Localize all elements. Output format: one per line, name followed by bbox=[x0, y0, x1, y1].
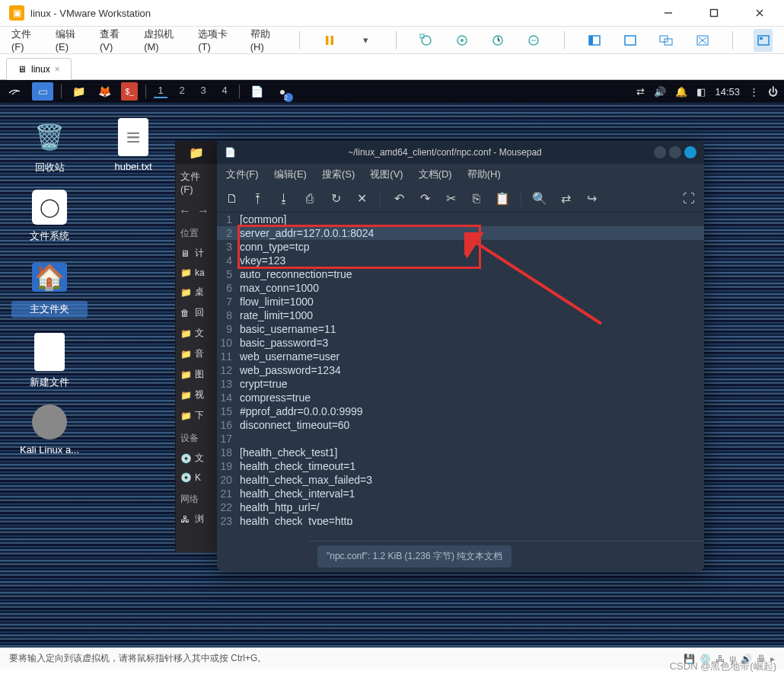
editor-line[interactable]: 9basic_username=11 bbox=[217, 322, 704, 336]
mp-menu-search[interactable]: 搜索(S) bbox=[322, 168, 355, 181]
close-button[interactable] bbox=[744, 2, 775, 24]
mp-menu-view[interactable]: 视图(V) bbox=[370, 168, 403, 181]
guest-desktop[interactable]: ▭ 📁 🦊 $_ 1 2 3 4 📄 ●2 ⇄ 🔊 🔔 ◧ 14:53 ⋮ ⏻ … bbox=[0, 80, 784, 647]
toolbar-btn-4[interactable] bbox=[524, 29, 543, 52]
cut-icon[interactable]: ✂ bbox=[443, 191, 458, 206]
menu-icon[interactable]: ⋮ bbox=[749, 86, 759, 97]
menu-view[interactable]: 查看(V) bbox=[100, 27, 127, 53]
editor-line[interactable]: 18[health_check_test1] bbox=[217, 446, 704, 459]
undo-icon[interactable]: ↶ bbox=[391, 191, 406, 206]
tab-close-button[interactable]: × bbox=[55, 64, 60, 75]
battery-icon[interactable]: ◧ bbox=[696, 86, 706, 97]
forward-icon[interactable]: → bbox=[197, 204, 209, 218]
home-folder-icon[interactable]: 🏠主文件夹 bbox=[11, 258, 88, 318]
mp-menu-help[interactable]: 帮助(H) bbox=[467, 168, 501, 181]
filesystem-icon[interactable]: ◯文件系统 bbox=[11, 190, 88, 243]
taskbar-badge-icon[interactable]: ●2 bbox=[273, 82, 292, 101]
editor-line[interactable]: 7flow_limit=1000 bbox=[217, 295, 704, 308]
taskbar-terminal-icon[interactable]: $_ bbox=[121, 82, 138, 101]
editor-line[interactable]: 16disconnect_timeout=60 bbox=[217, 418, 704, 432]
mp-menu-doc[interactable]: 文档(D) bbox=[419, 168, 452, 181]
editor-line[interactable]: 5auto_reconnection=true bbox=[217, 267, 704, 281]
fm-menu-file[interactable]: 文件(F) bbox=[176, 164, 217, 201]
fm-trash[interactable]: 🗑回 bbox=[176, 302, 217, 323]
workspace-4[interactable]: 4 bbox=[218, 85, 231, 98]
toolbar-btn-9[interactable] bbox=[754, 29, 773, 52]
menu-file[interactable]: 文件(F) bbox=[11, 27, 39, 53]
taskbar-files-icon[interactable]: 📁 bbox=[69, 82, 88, 101]
volume-icon[interactable]: 🔊 bbox=[654, 86, 666, 97]
workspace-2[interactable]: 2 bbox=[175, 85, 189, 98]
power-dropdown[interactable]: ▾ bbox=[355, 29, 374, 52]
editor-line[interactable]: 12web_password=1234 bbox=[217, 363, 704, 377]
mp-maximize-button[interactable] bbox=[669, 146, 681, 158]
editor-line[interactable]: 1[common] bbox=[217, 213, 704, 226]
fm-ka[interactable]: 📁ka bbox=[176, 264, 217, 282]
fm-videos[interactable]: 📁视 bbox=[176, 385, 217, 405]
notification-icon[interactable]: 🔔 bbox=[675, 86, 687, 97]
kali-menu-icon[interactable] bbox=[6, 82, 24, 101]
editor-line[interactable]: 23health_check_type=http bbox=[217, 514, 704, 525]
replace-icon[interactable]: ⇄ bbox=[558, 191, 573, 206]
kali-linux-icon[interactable]: Kali Linux a... bbox=[11, 404, 88, 455]
unity-button[interactable] bbox=[621, 29, 640, 52]
fm-docs[interactable]: 📁文 bbox=[176, 323, 217, 344]
back-icon[interactable]: ← bbox=[179, 204, 191, 218]
editor-line[interactable]: 13crypt=true bbox=[217, 377, 704, 391]
editor-line[interactable]: 3conn_type=tcp bbox=[217, 240, 704, 254]
snapshot-manager-button[interactable] bbox=[453, 29, 472, 52]
trash-icon[interactable]: 🗑️回收站 bbox=[11, 118, 88, 174]
editor-area[interactable]: 1[common]2server_addr=127.0.0.1:80243con… bbox=[217, 213, 704, 525]
mp-close-button[interactable] bbox=[684, 146, 696, 158]
network-icon[interactable]: ⇄ bbox=[636, 86, 645, 97]
fm-pics[interactable]: 📁图 bbox=[176, 364, 217, 385]
workspace-3[interactable]: 3 bbox=[196, 85, 210, 98]
mousepad-titlebar[interactable]: 📄 ~/linux_amd64_client/conf/npc.conf - M… bbox=[217, 141, 704, 164]
new-file-icon[interactable]: 🗋 bbox=[225, 192, 240, 206]
toolbar-btn-8[interactable] bbox=[693, 29, 712, 52]
toolbar-btn-3[interactable] bbox=[489, 29, 508, 52]
paste-icon[interactable]: 📋 bbox=[495, 191, 510, 206]
editor-line[interactable]: 6max_conn=1000 bbox=[217, 281, 704, 295]
fm-computer[interactable]: 🖥计 bbox=[176, 243, 217, 264]
menu-tabs[interactable]: 选项卡(T) bbox=[198, 27, 234, 53]
editor-line[interactable]: 2server_addr=127.0.0.1:8024 bbox=[217, 226, 704, 240]
mp-menu-edit[interactable]: 编辑(E) bbox=[274, 168, 307, 181]
open-icon[interactable]: ⭱ bbox=[250, 192, 266, 206]
editor-line[interactable]: 11web_username=user bbox=[217, 350, 704, 363]
goto-icon[interactable]: ↪ bbox=[584, 191, 599, 206]
fm-dev-docs[interactable]: 💿文 bbox=[176, 448, 217, 468]
editor-line[interactable]: 14compress=true bbox=[217, 391, 704, 404]
maximize-button[interactable] bbox=[699, 2, 729, 24]
editor-line[interactable]: 21health_check_interval=1 bbox=[217, 487, 704, 500]
editor-line[interactable]: 15#pprof_addr=0.0.0.0:9999 bbox=[217, 404, 704, 418]
clock[interactable]: 14:53 bbox=[715, 86, 740, 97]
menu-help[interactable]: 帮助(H) bbox=[250, 27, 279, 53]
editor-line[interactable]: 22health_http_url=/ bbox=[217, 500, 704, 514]
editor-line[interactable]: 17 bbox=[217, 432, 704, 446]
fm-music[interactable]: 📁音 bbox=[176, 344, 217, 364]
fm-downloads[interactable]: 📁下 bbox=[176, 405, 217, 426]
fullscreen-button[interactable] bbox=[585, 29, 604, 52]
fm-desktop[interactable]: 📁桌 bbox=[176, 282, 217, 302]
fm-net-browse[interactable]: 🖧浏 bbox=[176, 509, 217, 529]
editor-line[interactable]: 8rate_limit=1000 bbox=[217, 308, 704, 322]
hubei-txt-icon[interactable]: ≡hubei.txt bbox=[95, 118, 171, 172]
mp-menu-file[interactable]: 文件(F) bbox=[226, 168, 259, 181]
taskbar-app-1[interactable]: ▭ bbox=[32, 82, 53, 101]
toolbar-btn-7[interactable] bbox=[657, 29, 676, 52]
editor-line[interactable]: 10basic_password=3 bbox=[217, 336, 704, 350]
vm-tab-linux[interactable]: 🖥 linux × bbox=[6, 58, 72, 80]
fm-dev-k[interactable]: 💿K bbox=[176, 468, 217, 487]
mp-minimize-button[interactable] bbox=[654, 146, 666, 158]
menu-vm[interactable]: 虚拟机(M) bbox=[144, 27, 181, 53]
workspace-1[interactable]: 1 bbox=[154, 85, 167, 98]
newfile-icon[interactable]: 新建文件 bbox=[11, 333, 88, 389]
close-file-icon[interactable]: ✕ bbox=[354, 191, 369, 206]
copy-icon[interactable]: ⎘ bbox=[469, 192, 484, 206]
reload-icon[interactable]: ↻ bbox=[328, 191, 343, 206]
redo-icon[interactable]: ↷ bbox=[417, 191, 432, 206]
power-icon[interactable]: ⏻ bbox=[768, 86, 778, 97]
editor-line[interactable]: 20health_check_max_failed=3 bbox=[217, 473, 704, 487]
editor-line[interactable]: 4vkey=123 bbox=[217, 254, 704, 267]
